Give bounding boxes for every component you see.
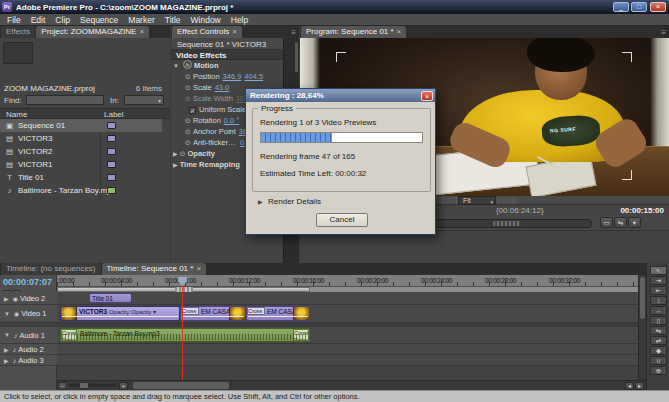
clip-baltimore-tarzan-boy[interactable]: Constant Power Baltimore - Tarzan Boy.mp… [60, 328, 310, 342]
tab-effect-controls[interactable]: Effect Controls× [172, 26, 242, 38]
timeline-vertical-scrollbar[interactable] [638, 275, 646, 380]
maximize-button[interactable]: □ [631, 2, 647, 12]
menu-sequence[interactable]: Sequence [75, 15, 123, 25]
title-bar[interactable]: Pr Adobe Premiere Pro - C:\zoom\ZOOM MAG… [0, 0, 669, 14]
panel-menu-icon[interactable]: ≡ [291, 28, 296, 37]
project-item-sequence-01[interactable]: ▣ Sequence 01 [0, 119, 162, 132]
track-header-video-1[interactable]: ▼ ◉ Video 1 [0, 305, 57, 323]
clip-keyframe-dropdown[interactable]: Opacity:Opacity ▾ [109, 309, 156, 315]
tab-timeline-sequence-01[interactable]: Timeline: Sequence 01 *× [102, 263, 207, 275]
tab-timeline-no-sequences[interactable]: Timeline: (no sequences) [1, 263, 101, 275]
pen-tool[interactable]: ◆ [650, 346, 667, 355]
clip-victor3[interactable]: VICTOR3 Opacity:Opacity ▾ [60, 306, 180, 321]
safe-margins-button[interactable]: ▭ [600, 217, 613, 228]
zoom-level-dropdown[interactable]: Fit ▾ [458, 196, 496, 205]
toggle-track-output-icon[interactable]: ◉ [14, 310, 19, 317]
collapsed-triangle-icon[interactable]: ▶ [4, 295, 9, 302]
timeline-current-timecode[interactable]: 00:00:07:07 [3, 277, 52, 287]
label-swatch[interactable] [107, 161, 116, 168]
position-y-value[interactable]: 404.5 [244, 72, 263, 81]
stopwatch-icon[interactable]: ⊙ [185, 128, 191, 135]
disclosure-triangle-icon[interactable]: ▶ [258, 198, 263, 205]
collapsed-triangle-icon[interactable]: ▶ [173, 151, 178, 157]
project-item-title-01[interactable]: T Title 01 [0, 171, 162, 184]
speaker-icon[interactable]: ♪ [13, 357, 17, 364]
tab-effects[interactable]: Effects [1, 26, 35, 38]
menu-window[interactable]: Window [186, 15, 226, 25]
timeline-horizontal-scrollbar[interactable]: − + ◂ ▸ [57, 380, 646, 390]
project-item-victor2[interactable]: ▤ VICTOR2 [0, 145, 162, 158]
close-icon[interactable]: × [397, 26, 402, 38]
speaker-icon[interactable]: ♪ [14, 332, 18, 339]
zoom-tool[interactable]: ⊕ [650, 366, 667, 375]
clip-title-01[interactable]: Title 01 [89, 293, 132, 303]
hand-tool[interactable]: ∪ [650, 356, 667, 365]
track-select-tool[interactable]: ⇥ [650, 276, 667, 285]
column-header-row[interactable]: Name Label [0, 108, 170, 119]
column-name[interactable]: Name [6, 110, 27, 119]
transition-cross-dissolve[interactable]: Cross Dissolve [247, 307, 265, 315]
find-input[interactable] [26, 95, 104, 105]
cancel-button[interactable]: Cancel [316, 213, 368, 227]
collapsed-triangle-icon[interactable]: ▶ [4, 346, 9, 353]
collapsed-triangle-icon[interactable]: ▶ [4, 357, 9, 364]
opacity-rubber-band[interactable] [62, 316, 178, 317]
checkbox-checked[interactable]: ✓ [189, 107, 196, 114]
dialog-title-bar[interactable]: Rendering : 28,64% [246, 89, 435, 102]
shuttle-slider[interactable] [422, 219, 592, 228]
transition-cross-dissolve[interactable]: Cross Dissolve [181, 307, 199, 315]
close-button[interactable]: × [650, 2, 666, 12]
label-swatch[interactable] [107, 148, 116, 155]
rotation-value[interactable]: 0.0 ° [224, 116, 240, 125]
collapsed-triangle-icon[interactable]: ▶ [173, 162, 178, 168]
close-icon[interactable]: × [232, 26, 237, 38]
stopwatch-icon[interactable]: ⊙ [185, 84, 191, 91]
scrollbar-thumb[interactable] [640, 277, 645, 319]
project-item-baltimore-mp3[interactable]: ♪ Baltimore - Tarzan Boy.mp3 [0, 184, 162, 197]
position-x-value[interactable]: 346.9 [223, 72, 242, 81]
stopwatch-icon[interactable]: ⊙ [185, 139, 191, 146]
playhead-line[interactable] [182, 286, 183, 380]
tab-project[interactable]: Project: ZOOMMAGAZINE× [36, 26, 149, 38]
scroll-right-button[interactable]: ▸ [635, 382, 644, 390]
menu-edit[interactable]: Edit [26, 15, 51, 25]
track-header-audio-2[interactable]: ▶ ♪ Audio 2 [0, 344, 57, 355]
expanded-triangle-icon[interactable]: ▼ [173, 63, 179, 69]
rolling-edit-tool[interactable]: ↕ [650, 296, 667, 305]
track-lane-audio-3[interactable] [57, 355, 638, 366]
menu-help[interactable]: Help [226, 15, 253, 25]
slip-tool[interactable]: ⇆ [650, 326, 667, 335]
timeline-empty-area[interactable] [57, 366, 638, 380]
expanded-triangle-icon[interactable]: ▼ [4, 311, 10, 317]
zoom-out-button[interactable]: − [58, 382, 67, 390]
effect-motion[interactable]: ▼fxMotion [171, 60, 283, 71]
clip-em-casa-2[interactable]: Cross Dissolve EM CASA MARÇO 2008 006 [246, 306, 310, 321]
param-position[interactable]: ⊙Position346.9404.5 [171, 71, 283, 82]
selection-tool[interactable]: ↖ [650, 266, 667, 275]
time-ruler[interactable]: ;00:00 00:00:04:00 00:00:08:00 00:00:12:… [57, 275, 638, 287]
razor-tool[interactable]: ▯ [650, 316, 667, 325]
scale-value[interactable]: 43.0 [215, 83, 230, 92]
output-button[interactable]: ⇆ [614, 217, 627, 228]
rendering-dialog[interactable]: Rendering : 28,64% × Progress Rendering … [245, 88, 436, 235]
tab-program[interactable]: Program: Sequence 01 *× [301, 26, 406, 38]
zoom-slider-track[interactable] [69, 384, 117, 387]
stopwatch-icon[interactable]: ⊙ [185, 117, 191, 124]
zoom-in-button[interactable]: + [119, 382, 128, 390]
rate-stretch-tool[interactable]: ↔ [650, 306, 667, 315]
minimize-button[interactable]: _ [613, 2, 629, 12]
in-dropdown[interactable]: ▾ [124, 95, 164, 105]
render-details-toggle[interactable]: Render Details [268, 197, 321, 206]
scroll-left-button[interactable]: ◂ [625, 382, 634, 390]
monitor-menu-button[interactable]: ▾ [628, 217, 641, 228]
track-lane-audio-1[interactable]: Constant Power Baltimore - Tarzan Boy.mp… [57, 327, 638, 344]
toggle-track-output-icon[interactable]: ◉ [13, 295, 18, 302]
mini-scrollbar[interactable] [295, 42, 298, 72]
menu-marker[interactable]: Marker [123, 15, 159, 25]
slide-tool[interactable]: ⇄ [650, 336, 667, 345]
menu-clip[interactable]: Clip [50, 15, 75, 25]
shuttle-handle[interactable] [493, 221, 521, 226]
track-header-video-2[interactable]: ▶ ◉ Video 2 [0, 292, 57, 305]
panel-menu-icon[interactable]: ≡ [661, 28, 666, 37]
label-swatch[interactable] [107, 122, 116, 129]
